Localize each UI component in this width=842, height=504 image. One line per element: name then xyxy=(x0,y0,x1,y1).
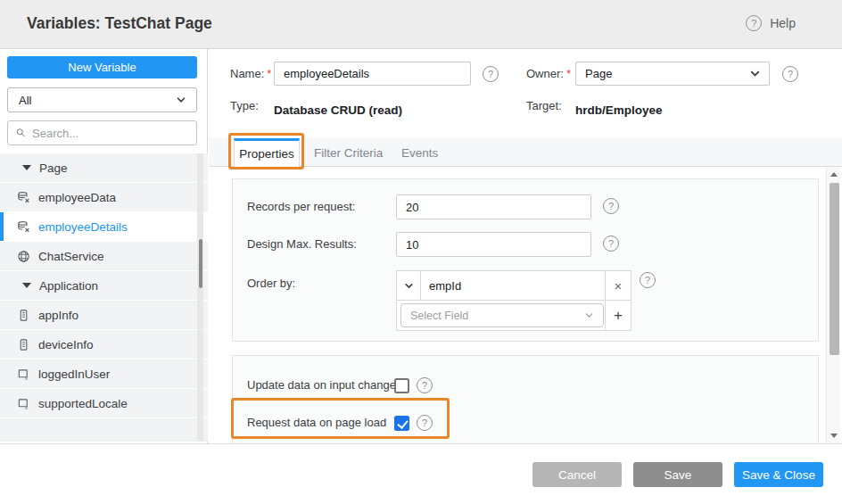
sidebar-item-appinfo[interactable]: appInfo xyxy=(0,301,208,330)
help-icon[interactable]: ? xyxy=(640,272,656,288)
owner-select[interactable]: Page xyxy=(575,62,770,86)
dialog-footer: Cancel Save Save & Close xyxy=(0,443,842,504)
sidebar-scrollbar-thumb[interactable] xyxy=(199,239,202,288)
scroll-down-arrow[interactable] xyxy=(830,434,838,438)
chevron-down-icon xyxy=(583,310,595,321)
required-marker: * xyxy=(267,67,271,80)
search-icon xyxy=(16,127,26,139)
order-direction-button[interactable] xyxy=(397,271,421,300)
help-label: Help xyxy=(770,16,796,30)
item-label: employeeDetails xyxy=(38,220,128,234)
target-value: hrdb/Employee xyxy=(575,103,663,118)
variable-icon: x xyxy=(17,368,30,381)
item-label: appInfo xyxy=(38,309,78,322)
sidebar-group-application[interactable]: Application xyxy=(0,271,208,301)
design-max-results-input[interactable] xyxy=(396,232,591,257)
records-per-request-label: Records per request: xyxy=(247,194,355,219)
behavior-panel: Update data on input change ? Request da… xyxy=(232,355,819,443)
database-icon xyxy=(17,220,30,234)
sidebar-item-loggedinuser[interactable]: x loggedInUser xyxy=(0,359,208,389)
sidebar-item-employeedata[interactable]: employeeData xyxy=(0,183,208,212)
help-icon[interactable]: ? xyxy=(417,377,433,393)
help-icon: ? xyxy=(746,15,762,31)
new-variable-button[interactable]: New Variable xyxy=(7,56,197,78)
records-per-request-input[interactable] xyxy=(396,194,591,219)
chevron-down-icon xyxy=(175,94,187,106)
owner-select-value: Page xyxy=(585,67,748,80)
help-icon[interactable]: ? xyxy=(603,198,619,214)
sidebar-scrollbar-track xyxy=(197,153,203,442)
content-scrollbar-thumb[interactable] xyxy=(830,183,839,355)
required-marker: * xyxy=(566,67,571,80)
help-icon[interactable]: ? xyxy=(417,415,433,431)
svg-text:x: x xyxy=(24,403,29,409)
cancel-button[interactable]: Cancel xyxy=(532,462,622,487)
variables-tree: Page employeeData xyxy=(0,153,208,442)
variables-sidebar: New Variable All Page xyxy=(0,49,208,443)
tab-filter-criteria[interactable]: Filter Criteria xyxy=(314,138,383,167)
name-label: Name:* xyxy=(230,62,271,86)
variable-editor: Name:* ? Owner:* Page ? Type: Database C… xyxy=(209,49,842,443)
sidebar-group-page[interactable]: Page xyxy=(0,153,208,183)
caret-down-icon xyxy=(22,165,31,170)
content-scrollbar-track xyxy=(826,167,840,443)
save-and-close-button[interactable]: Save & Close xyxy=(734,462,823,487)
globe-icon xyxy=(17,250,30,263)
select-field-dropdown[interactable]: Select Field xyxy=(400,303,604,327)
name-input[interactable] xyxy=(274,62,471,86)
item-label: deviceInfo xyxy=(38,338,94,351)
group-label: Page xyxy=(39,161,68,175)
chevron-down-icon xyxy=(403,280,415,292)
item-label: employeeData xyxy=(38,191,116,204)
page-title: Variables: TestChat Page xyxy=(27,14,212,33)
request-data-checkbox[interactable] xyxy=(394,416,409,431)
select-field-placeholder: Select Field xyxy=(410,310,583,322)
type-value: Database CRUD (read) xyxy=(274,103,402,118)
order-by-editor: empId × Select Field + xyxy=(396,270,632,331)
tab-bar: Properties Filter Criteria Events xyxy=(209,138,842,167)
help-icon[interactable]: ? xyxy=(483,66,499,82)
dialog-header: Variables: TestChat Page ? Help xyxy=(0,0,842,49)
search-box xyxy=(7,120,197,145)
sidebar-item-deviceinfo[interactable]: deviceInfo xyxy=(0,330,208,359)
group-label: Application xyxy=(39,279,98,293)
chevron-down-icon xyxy=(748,67,762,80)
caret-down-icon xyxy=(22,283,31,288)
save-button[interactable]: Save xyxy=(633,462,722,487)
request-data-label: Request data on page load xyxy=(247,410,386,435)
item-label: ChatService xyxy=(38,250,104,263)
help-button[interactable]: ? Help xyxy=(746,15,796,31)
properties-panel: Records per request: ? Design Max. Resul… xyxy=(232,178,819,342)
item-label: supportedLocale xyxy=(38,397,128,410)
sidebar-item-chatservice[interactable]: ChatService xyxy=(0,242,208,271)
update-data-checkbox[interactable] xyxy=(394,378,409,393)
tab-events[interactable]: Events xyxy=(401,138,438,167)
order-by-field[interactable]: empId xyxy=(421,271,605,300)
update-data-label: Update data on input change xyxy=(247,373,396,398)
database-icon xyxy=(17,191,30,204)
design-max-results-label: Design Max. Results: xyxy=(247,232,357,257)
variable-icon: x xyxy=(17,397,30,410)
help-icon[interactable]: ? xyxy=(603,235,619,252)
device-icon xyxy=(17,309,30,322)
variable-filter-select[interactable]: All xyxy=(7,87,197,112)
remove-order-field-button[interactable]: × xyxy=(605,271,631,300)
owner-label: Owner:* xyxy=(526,62,571,86)
item-label: loggedInUser xyxy=(38,368,110,381)
device-icon xyxy=(17,338,30,351)
help-icon[interactable]: ? xyxy=(782,66,798,82)
svg-text:x: x xyxy=(24,374,29,380)
add-order-field-button[interactable]: + xyxy=(605,301,631,331)
filter-select-value: All xyxy=(19,94,175,107)
scroll-up-arrow[interactable] xyxy=(830,172,838,177)
tab-properties[interactable]: Properties xyxy=(234,138,300,167)
target-label: Target: xyxy=(526,99,562,113)
order-by-label: Order by: xyxy=(247,271,295,296)
search-input[interactable] xyxy=(32,127,189,140)
type-label: Type: xyxy=(230,99,259,113)
sidebar-item-supportedlocale[interactable]: x supportedLocale xyxy=(0,389,208,418)
sidebar-item-employeedetails[interactable]: employeeDetails xyxy=(0,212,208,242)
